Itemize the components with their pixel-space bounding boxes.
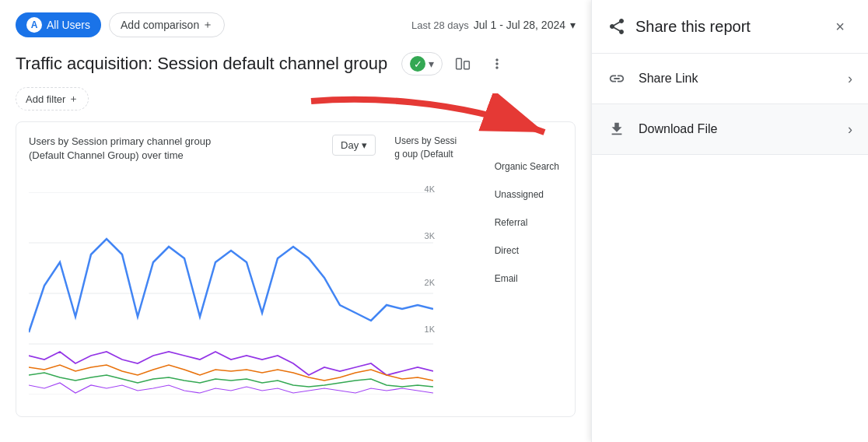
- legend-direct: Direct: [495, 245, 559, 256]
- all-users-label: All Users: [47, 19, 90, 31]
- close-panel-button[interactable]: ×: [828, 14, 852, 39]
- share-panel: Share this report × Share Link › Downloa…: [591, 0, 868, 442]
- line-chart: [29, 192, 433, 395]
- avatar: A: [26, 17, 42, 33]
- date-range-value: Jul 1 - Jul 28, 2024: [474, 19, 565, 31]
- share-link-item[interactable]: Share Link ›: [592, 54, 868, 104]
- download-file-item[interactable]: Download File ›: [592, 104, 868, 155]
- share-icon: [607, 17, 626, 36]
- legend-referral: Referral: [495, 217, 559, 228]
- column-header: Users by Sessi g oup (Default: [394, 135, 457, 161]
- chevron-down-icon: ▾: [362, 139, 367, 151]
- chevron-down-icon: ▾: [429, 58, 434, 70]
- more-options-icon-button[interactable]: [483, 50, 511, 78]
- chart-header: Users by Session primary channel group (…: [29, 135, 562, 163]
- plus-icon: ＋: [68, 92, 79, 106]
- add-comparison-button[interactable]: Add comparison ＋: [109, 12, 225, 37]
- chevron-down-icon: ▾: [570, 19, 576, 31]
- add-filter-label: Add filter: [26, 93, 65, 105]
- legend-organic-search: Organic Search: [495, 161, 559, 172]
- share-link-label: Share Link: [639, 72, 835, 86]
- check-circle-icon: ✓: [410, 56, 425, 72]
- download-file-label: Download File: [639, 122, 835, 136]
- legend-unassigned: Unassigned: [495, 189, 559, 200]
- svg-rect-0: [457, 58, 462, 68]
- legend-email: Email: [495, 273, 559, 284]
- plus-icon: ＋: [202, 18, 213, 32]
- share-panel-title: Share this report: [635, 18, 818, 36]
- chart-title: Users by Session primary channel group (…: [29, 135, 211, 163]
- add-comparison-label: Add comparison: [121, 19, 199, 31]
- main-content: A All Users Add comparison ＋ Last 28 day…: [0, 0, 591, 442]
- title-actions: ✓ ▾: [401, 50, 511, 78]
- top-bar: A All Users Add comparison ＋ Last 28 day…: [16, 12, 576, 37]
- link-icon: [607, 69, 626, 88]
- report-title-row: Traffic acquisition: Session default cha…: [16, 50, 576, 78]
- chart-legend: Organic Search Unassigned Referral Direc…: [495, 161, 559, 301]
- status-check-button[interactable]: ✓ ▾: [401, 52, 443, 75]
- download-file-chevron-icon: ›: [848, 121, 852, 138]
- chart-container: Users by Session primary channel group (…: [16, 121, 576, 417]
- close-icon: ×: [835, 18, 845, 36]
- share-link-chevron-icon: ›: [848, 71, 852, 87]
- download-icon: [607, 120, 626, 139]
- svg-rect-1: [464, 61, 470, 69]
- day-selector-button[interactable]: Day ▾: [332, 135, 376, 156]
- report-title: Traffic acquisition: Session default cha…: [16, 54, 387, 74]
- add-filter-button[interactable]: Add filter ＋: [16, 87, 89, 110]
- all-users-chip[interactable]: A All Users: [16, 12, 101, 37]
- compare-icon-button[interactable]: [449, 50, 477, 78]
- date-range-selector[interactable]: Last 28 days Jul 1 - Jul 28, 2024 ▾: [411, 19, 576, 31]
- last-days-label: Last 28 days: [411, 19, 469, 31]
- share-panel-header: Share this report ×: [592, 0, 868, 54]
